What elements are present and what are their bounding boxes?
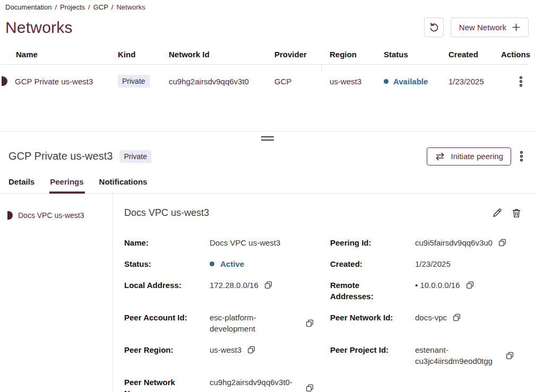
networks-table: Name Kind Network Id Provider Region Sta… xyxy=(2,45,529,98)
network-region-cell: us-west3 xyxy=(330,77,384,86)
sidebar-item-label: Docs VPC us-west3 xyxy=(18,211,84,220)
copy-icon xyxy=(498,239,506,247)
breadcrumb-separator: / xyxy=(55,3,57,11)
field-label-peering-id: Peering Id: xyxy=(330,237,402,248)
peering-detail: Docs VPC us-west3 xyxy=(113,194,535,392)
sidebar-item-docs-vpc[interactable]: Docs VPC us-west3 xyxy=(0,208,113,223)
detail-tabs: Details Peerings Notifications xyxy=(0,175,535,194)
network-provider-cell: GCP xyxy=(274,77,330,86)
swap-arrows-icon xyxy=(435,152,445,161)
field-value-peer-project-id: estenant-cu3jc4iirsdm9eod0tgg xyxy=(415,344,522,367)
status-dot-icon xyxy=(384,79,389,84)
breadcrumb-projects[interactable]: Projects xyxy=(60,3,85,11)
network-status-cell: Available xyxy=(384,77,448,86)
copy-local-address-button[interactable] xyxy=(264,281,272,289)
delete-peering-button[interactable] xyxy=(511,207,522,219)
copy-remote-addresses-button[interactable] xyxy=(466,281,474,289)
detail-title: GCP Private us-west3 xyxy=(8,150,113,162)
splitter-drag-handle-icon[interactable] xyxy=(261,136,274,142)
breadcrumb-gcp[interactable]: GCP xyxy=(93,3,108,11)
peerings-body: Docs VPC us-west3 Docs VPC us-west3 xyxy=(0,194,535,392)
network-created-cell: 1/23/2025 xyxy=(448,77,501,86)
copy-peer-network-name-button[interactable] xyxy=(306,384,314,392)
copy-icon xyxy=(247,346,255,354)
field-label-peer-network-name: Peer Network Name: xyxy=(124,377,196,392)
field-label-peer-network-id: Peer Network Id: xyxy=(330,312,402,323)
network-kind-cell: Private xyxy=(118,75,169,88)
column-header-region: Region xyxy=(330,50,384,59)
detail-actions-menu-button[interactable] xyxy=(516,149,527,164)
network-name-cell[interactable]: GCP Private us-west3 xyxy=(2,76,118,86)
field-label-peer-project-id: Peer Project Id: xyxy=(330,344,402,355)
tab-peerings[interactable]: Peerings xyxy=(50,175,83,193)
trash-icon xyxy=(512,208,521,218)
column-header-created: Created xyxy=(448,50,501,59)
column-header-status: Status xyxy=(384,50,448,59)
copy-peer-region-button[interactable] xyxy=(247,346,255,354)
kebab-icon xyxy=(520,151,523,162)
detail-header: GCP Private us-west3 Private Initiate pe… xyxy=(0,142,535,168)
copy-icon xyxy=(306,319,314,327)
copy-peer-project-id-button[interactable] xyxy=(506,352,514,360)
field-value-peer-region: us-west3 xyxy=(210,344,330,355)
networks-table-header: Name Kind Network Id Provider Region Sta… xyxy=(2,45,529,65)
initiate-peering-label: Initiate peering xyxy=(451,152,503,161)
peerings-sidebar: Docs VPC us-west3 xyxy=(0,194,113,392)
column-header-kind: Kind xyxy=(118,50,169,59)
field-value-name: Docs VPC us-west3 xyxy=(210,237,330,248)
tab-notifications[interactable]: Notifications xyxy=(99,175,148,193)
breadcrumb: Documentation / Projects / GCP / Network… xyxy=(5,3,529,11)
field-label-peer-account-id: Peer Account Id: xyxy=(124,312,196,323)
copy-icon xyxy=(306,384,314,392)
copy-icon xyxy=(453,313,461,321)
copy-icon xyxy=(466,281,474,289)
refresh-button[interactable] xyxy=(424,18,444,37)
new-network-label: New Network xyxy=(459,23,506,32)
initiate-peering-button[interactable]: Initiate peering xyxy=(427,147,511,165)
column-header-name: Name xyxy=(2,50,118,59)
field-label-peer-region: Peer Region: xyxy=(124,344,196,355)
status-dot-icon xyxy=(210,262,214,266)
breadcrumb-documentation[interactable]: Documentation xyxy=(5,3,51,11)
peering-title: Docs VPC us-west3 xyxy=(124,207,209,219)
plus-icon xyxy=(512,23,520,31)
field-value-local-address: 172.28.0.0/16 xyxy=(210,280,330,291)
field-label-created: Created: xyxy=(330,258,402,269)
copy-peer-account-id-button[interactable] xyxy=(306,319,314,327)
networks-page: Documentation / Projects / GCP / Network… xyxy=(0,0,535,392)
field-label-local-address: Local Address: xyxy=(124,280,196,291)
panel-splitter xyxy=(0,131,535,142)
field-value-status: Active xyxy=(210,258,330,269)
breadcrumb-networks[interactable]: Networks xyxy=(116,3,145,11)
column-divider xyxy=(321,64,322,72)
edit-peering-button[interactable] xyxy=(491,207,503,219)
detail-kind-badge: Private xyxy=(119,150,151,163)
column-header-actions: Actions xyxy=(501,50,530,59)
tab-details[interactable]: Details xyxy=(8,175,34,193)
field-label-name: Name: xyxy=(124,237,196,248)
network-logo-icon xyxy=(2,76,7,86)
field-value-peer-network-id: docs-vpc xyxy=(415,312,522,323)
copy-peering-id-button[interactable] xyxy=(498,239,506,247)
column-header-provider: Provider xyxy=(274,50,330,59)
peering-detail-header: Docs VPC us-west3 xyxy=(124,207,522,219)
network-id-cell: cu9hg2airsdv9qq6v3t0 xyxy=(169,77,274,86)
copy-peer-network-id-button[interactable] xyxy=(453,313,461,321)
column-header-network-id: Network Id xyxy=(169,50,274,59)
field-value-peer-network-name: cu9hg2airsdv9qq6v3t0-vpc xyxy=(210,377,330,392)
row-actions-menu-button[interactable] xyxy=(516,74,526,89)
new-network-button[interactable]: New Network xyxy=(451,18,529,37)
field-value-created: 1/23/2025 xyxy=(415,258,522,269)
network-actions-cell xyxy=(501,74,529,89)
network-name: GCP Private us-west3 xyxy=(15,77,93,86)
field-value-peering-id: cu9i5fairsdv9qq6v3u0 xyxy=(415,237,522,248)
peering-fields: Name: Docs VPC us-west3 Peering Id: cu9i… xyxy=(124,237,522,392)
network-detail-panel: GCP Private us-west3 Private Initiate pe… xyxy=(0,142,535,392)
breadcrumb-separator: / xyxy=(111,3,114,11)
table-row[interactable]: GCP Private us-west3 Private cu9hg2airsd… xyxy=(2,65,529,98)
kebab-icon xyxy=(519,76,523,87)
networks-list-section: Documentation / Projects / GCP / Network… xyxy=(0,0,535,131)
refresh-icon xyxy=(429,22,439,32)
kind-badge: Private xyxy=(118,75,150,88)
copy-icon xyxy=(264,281,272,289)
